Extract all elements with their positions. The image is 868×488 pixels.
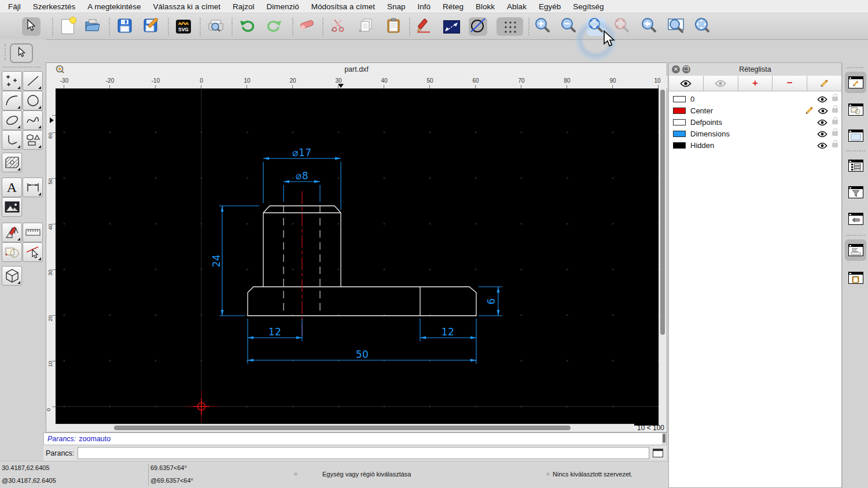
command-history[interactable]: Parancs: zoomauto [43,432,667,445]
dock-block-list-button[interactable] [845,99,866,120]
menu-file[interactable]: Fájl [8,2,21,11]
export-svg-button[interactable]: SVG [174,17,193,36]
layer-row[interactable]: Dimensions [669,128,841,139]
hide-all-layers-button[interactable] [704,76,738,91]
layer-lock-icon[interactable] [832,108,838,113]
drawing-canvas[interactable]: ⌀17 ⌀8 24 6 12 12 50 [56,88,660,426]
dock-entity-list-button[interactable] [845,155,866,176]
cut-button[interactable]: + [329,17,347,36]
grid-toggle-button[interactable] [496,17,523,36]
drag-handle[interactable] [3,66,41,69]
drag-handle[interactable] [847,67,863,70]
layer-row[interactable]: Center [669,105,841,116]
select-pointer-button[interactable] [22,17,41,36]
dock-layer-list-button[interactable] [845,72,866,93]
dimension-button[interactable] [442,17,461,36]
edit-layer-button[interactable] [807,76,841,91]
tool-ellipse-button[interactable] [2,110,22,130]
layer-row[interactable]: Defpoints [669,116,841,128]
print-preview-button[interactable] [207,17,225,36]
save-button[interactable] [115,17,134,36]
tool-spline-button[interactable] [23,110,43,130]
tool-polyline-button[interactable] [2,130,22,150]
layer-lock-icon[interactable] [832,120,838,124]
menu-select[interactable]: Válassza ki a címet [153,2,220,11]
save-as-button[interactable] [142,17,161,36]
dock-selection-filter-button[interactable] [845,182,866,203]
vertical-scrollbar-thumb[interactable] [660,90,665,335]
menu-modify[interactable]: Módosítsa a címet [311,2,375,11]
redo-button[interactable] [264,17,283,36]
layer-row[interactable]: Hidden [669,139,841,151]
zoom-previous-button[interactable] [613,17,631,36]
menu-window[interactable]: Ablak [507,2,527,11]
menu-block[interactable]: Blokk [476,2,495,11]
undock-panel-icon[interactable]: ❐ [682,65,690,73]
zoom-auto-button[interactable] [587,17,605,36]
paste-button[interactable] [384,17,403,36]
menu-edit[interactable]: Szerkesztés [33,2,76,11]
tool-select-entity-button[interactable] [23,242,43,262]
tool-hatch-button[interactable] [2,153,22,172]
zoom-back-button[interactable] [640,17,659,36]
circle-tangent-button[interactable] [469,17,487,36]
tool-measure-button[interactable] [23,223,43,242]
menu-dimension[interactable]: Dimenzió [266,2,299,11]
zoom-in-button[interactable] [534,17,552,36]
drag-handle[interactable] [5,44,8,60]
tool-image-button[interactable] [2,197,22,217]
tool-modify-button[interactable] [2,223,22,242]
zoom-out-button[interactable] [560,17,578,36]
layer-lock-icon[interactable] [832,143,838,147]
dock-library-browser-button[interactable] [845,125,866,146]
zoom-window-button[interactable] [667,17,685,36]
layer-visibility-icon[interactable] [817,119,827,125]
tool-text-button[interactable]: A [2,178,22,197]
open-file-button[interactable] [83,17,102,36]
dock-clipboard-button[interactable] [845,267,866,289]
tool-circle-button[interactable] [23,91,43,110]
undo-button[interactable] [238,17,257,36]
layer-lock-icon[interactable] [832,97,838,101]
remove-layer-button[interactable]: − [773,76,807,91]
menu-misc[interactable]: Egyéb [539,2,561,11]
draw-pencil-button[interactable] [415,17,433,36]
command-history-scrollbar[interactable] [662,433,666,445]
dock-snap-settings-button[interactable] [845,208,866,230]
tool-line-button[interactable] [23,71,43,91]
menu-snap[interactable]: Snap [387,2,406,11]
layer-visibility-icon[interactable] [818,108,828,114]
show-all-layers-button[interactable] [669,76,704,91]
tool-points-button[interactable] [2,71,22,91]
layer-panel-title-bar[interactable]: ✕ ❐ Réteglista [669,63,841,76]
add-layer-button[interactable]: + [738,76,773,91]
copy-button[interactable]: + [357,17,376,36]
tool-polygon-button[interactable] [23,130,43,150]
horizontal-scrollbar[interactable] [56,424,634,432]
tool-arc-button[interactable] [2,91,22,110]
menu-help[interactable]: Segítség [573,2,604,11]
layer-row[interactable]: 0 [669,93,841,105]
layer-visibility-icon[interactable] [817,96,827,102]
document-title-bar[interactable]: part.dxf [46,63,667,76]
close-panel-icon[interactable]: ✕ [672,65,680,73]
tool-block-button[interactable] [2,242,22,262]
tool-3d-button[interactable] [2,266,22,286]
tool-dimension-button[interactable] [23,178,43,197]
tool-select-button[interactable] [10,43,33,63]
dock-command-widget-button[interactable] [845,239,866,261]
layer-visibility-icon[interactable] [817,142,827,149]
delete-button[interactable] [297,17,316,36]
vertical-scrollbar[interactable] [659,88,667,426]
command-input[interactable] [78,447,649,459]
keyboard-toggle-button[interactable] [653,449,663,457]
menu-info[interactable]: Infó [418,2,431,11]
layer-visibility-icon[interactable] [817,131,827,137]
menu-draw[interactable]: Rajzol [233,2,255,11]
zoom-pan-button[interactable] [693,17,712,36]
layer-lock-icon[interactable] [832,131,838,136]
menu-view[interactable]: A megtekintése [87,2,141,11]
menu-layer[interactable]: Réteg [443,2,464,11]
horizontal-scrollbar-thumb[interactable] [114,426,571,430]
new-file-button[interactable] [58,17,77,36]
